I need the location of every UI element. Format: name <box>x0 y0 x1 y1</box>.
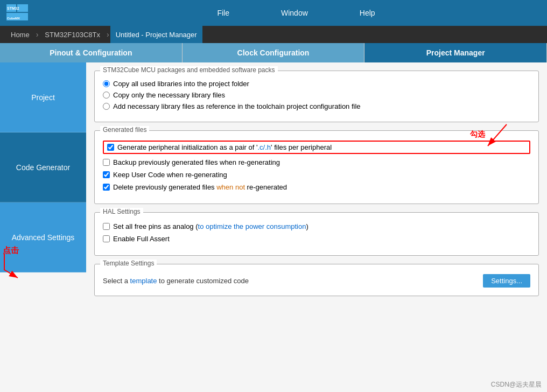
mcu-radio-group: Copy all used libraries into the project… <box>103 80 530 110</box>
hal-settings-title: HAL Settings <box>100 208 143 215</box>
radio-copy-necessary-label: Copy only the necessary library files <box>113 91 225 99</box>
tab-bar: Pinout & Configuration Clock Configurati… <box>0 43 547 62</box>
radio-copy-necessary: Copy only the necessary library files <box>103 91 530 99</box>
main-layout: Project Code Generator Advanced Settings… <box>0 62 547 392</box>
checkbox-delete-generated-label: Delete previously generated files when n… <box>113 183 287 191</box>
checkbox-backup-input[interactable] <box>103 159 110 166</box>
checkbox-full-assert: Enable Full Assert <box>103 235 530 243</box>
breadcrumb-mcu[interactable]: STM32F103C8Tx <box>39 26 106 43</box>
checkbox-delete-generated: Delete previously generated files when n… <box>103 183 530 191</box>
radio-copy-all-label: Copy all used libraries into the project… <box>113 80 249 88</box>
logo-area: STM32 CubeMX <box>5 3 29 23</box>
sidebar-item-advanced-settings[interactable]: Advanced Settings <box>0 202 86 272</box>
generated-files-title: Generated files <box>100 126 149 134</box>
sidebar-wrapper: Project Code Generator Advanced Settings… <box>0 62 86 392</box>
menu-bar: STM32 CubeMX File Window Help <box>0 0 547 26</box>
generated-files-section: Generated files Generate peripheral init… <box>94 130 539 204</box>
menu-help[interactable]: Help <box>355 6 380 19</box>
checkbox-keep-user-code-input[interactable] <box>103 171 110 178</box>
checkbox-generate-peripheral-label: Generate peripheral initialization as a … <box>117 143 332 151</box>
checkbox-free-pins-label: Set all free pins as analog (to optimize… <box>113 222 308 230</box>
radio-copy-all: Copy all used libraries into the project… <box>103 80 530 88</box>
svg-text:STM32: STM32 <box>7 6 19 10</box>
checkbox-full-assert-label: Enable Full Assert <box>113 235 170 243</box>
radio-add-reference: Add necessary library files as reference… <box>103 102 530 110</box>
content-wrapper: STM32Cube MCU packages and embedded soft… <box>86 62 547 392</box>
tab-pinout[interactable]: Pinout & Configuration <box>0 43 183 62</box>
sidebar-item-code-generator[interactable]: Code Generator <box>0 132 86 202</box>
menu-items: File Window Help <box>51 6 542 19</box>
settings-button[interactable]: Settings... <box>483 274 530 288</box>
checkbox-delete-generated-input[interactable] <box>103 184 110 191</box>
breadcrumb-bar: Home › STM32F103C8Tx › Untitled - Projec… <box>0 26 547 43</box>
checkbox-backup: Backup previously generated files when r… <box>103 158 530 166</box>
svg-text:CubeMX: CubeMX <box>7 17 20 20</box>
menu-file[interactable]: File <box>213 6 234 19</box>
breadcrumb-arrow-1: › <box>36 30 39 39</box>
radio-add-reference-label: Add necessary library files as reference… <box>113 102 361 110</box>
tab-clock[interactable]: Clock Configuration <box>183 43 365 62</box>
checkbox-backup-label: Backup previously generated files when r… <box>113 158 280 166</box>
sidebar-item-project[interactable]: Project <box>0 62 86 132</box>
app-logo: STM32 CubeMX <box>5 3 29 23</box>
template-description: Select a template to generate customized… <box>103 277 249 285</box>
checkbox-generate-peripheral: Generate peripheral initialization as a … <box>103 141 530 154</box>
mcu-packages-section: STM32Cube MCU packages and embedded soft… <box>94 71 539 122</box>
checkbox-full-assert-input[interactable] <box>103 235 110 242</box>
breadcrumb-project[interactable]: Untitled - Project Manager <box>110 26 202 43</box>
checkbox-free-pins-input[interactable] <box>103 223 110 230</box>
tab-project-manager[interactable]: Project Manager <box>364 43 547 62</box>
hal-settings-section: HAL Settings Set all free pins as analog… <box>94 212 539 256</box>
menu-window[interactable]: Window <box>277 6 312 19</box>
checkbox-keep-user-code: Keep User Code when re-generating <box>103 171 530 179</box>
watermark: CSDN@远夫星晨 <box>491 380 542 389</box>
radio-copy-necessary-input[interactable] <box>103 92 110 99</box>
breadcrumb-home[interactable]: Home <box>5 26 35 43</box>
checkbox-generate-peripheral-input[interactable] <box>107 144 114 151</box>
checkbox-free-pins: Set all free pins as analog (to optimize… <box>103 222 530 230</box>
mcu-section-title: STM32Cube MCU packages and embedded soft… <box>100 66 278 74</box>
breadcrumb-arrow-2: › <box>107 30 109 39</box>
template-settings-title: Template Settings <box>100 260 157 267</box>
radio-copy-all-input[interactable] <box>103 80 110 87</box>
sidebar: Project Code Generator Advanced Settings <box>0 62 86 272</box>
template-settings-section: Template Settings Select a template to g… <box>94 264 539 296</box>
radio-add-reference-input[interactable] <box>103 103 110 110</box>
checkbox-keep-user-code-label: Keep User Code when re-generating <box>113 171 227 179</box>
content-area: STM32Cube MCU packages and embedded soft… <box>86 62 547 312</box>
template-row: Select a template to generate customized… <box>103 274 530 288</box>
